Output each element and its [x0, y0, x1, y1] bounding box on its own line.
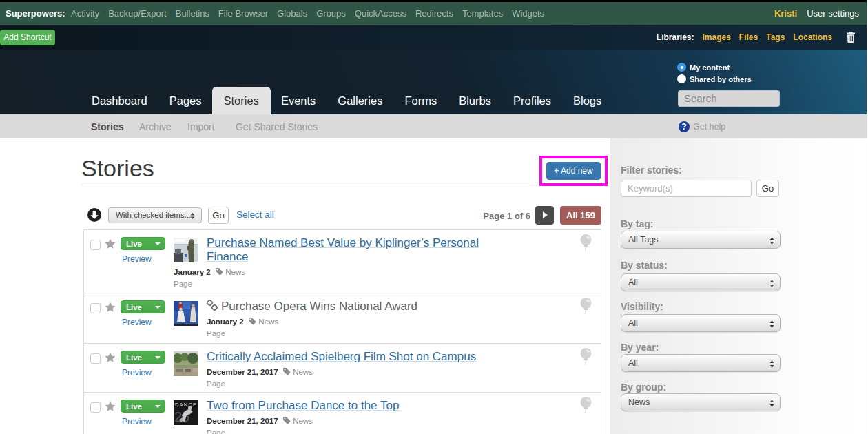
svg-text:DANCE: DANCE [175, 402, 197, 408]
